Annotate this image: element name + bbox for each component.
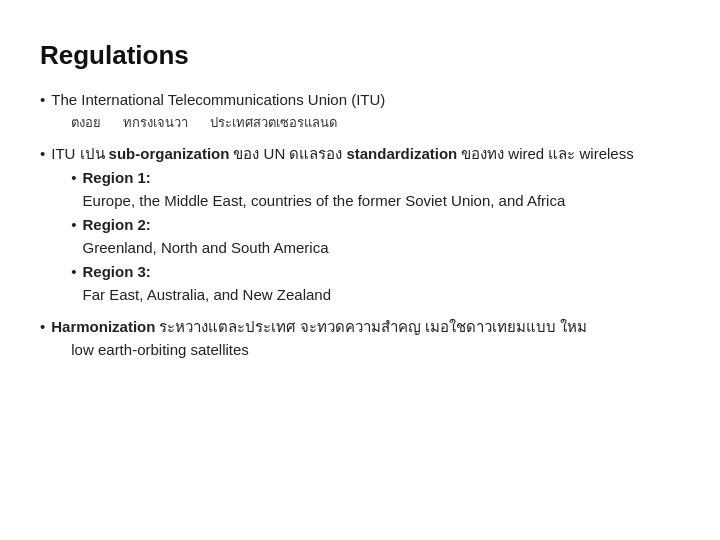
- harmonization-keyword: Harmonization: [51, 316, 155, 339]
- itu-suffix: ของทง: [461, 143, 504, 166]
- thai-word-3: ประเทศสวตเซอรแลนด: [210, 115, 337, 130]
- itu-sub-line: ITU เปน sub-organization ของ UN ดแลรอง s…: [51, 143, 633, 166]
- bullet-dot-3: •: [40, 316, 45, 339]
- thai-word-2: ทกรงเจนวา: [123, 115, 188, 130]
- harmonization-detail-row: low earth-orbiting satellites: [71, 339, 587, 362]
- itu-middle-en: ของ UN ดแลรอง: [233, 143, 342, 166]
- region1-dot: •: [71, 167, 76, 190]
- harmonization-line: Harmonization ระหวางแตละประเทศ จะทวดความ…: [51, 316, 587, 339]
- bullet-row-1: • The International Telecommunications U…: [40, 89, 680, 133]
- slide-title: Regulations: [40, 40, 680, 71]
- harmonization-thai1: ระหวางแตละประเทศ: [159, 316, 296, 339]
- harmonization-thai2: จะทวดความสำคญ: [300, 316, 421, 339]
- region3-row: • Region 3: Far East, Australia, and New…: [71, 261, 633, 306]
- region2-dot: •: [71, 214, 76, 237]
- region3-detail: Far East, Australia, and New Zealand: [83, 286, 331, 303]
- region3-label: Region 3:: [83, 263, 151, 280]
- bullet-row-3: • Harmonization ระหวางแตละประเทศ จะทวดคว…: [40, 316, 680, 361]
- region3-dot: •: [71, 261, 76, 284]
- itu-prefix-en: ITU เปน: [51, 143, 104, 166]
- bullet-itu-sub: • ITU เปน sub-organization ของ UN ดแลรอง…: [40, 143, 680, 307]
- bullet-harmonization: • Harmonization ระหวางแตละประเทศ จะทวดคว…: [40, 316, 680, 361]
- slide-container: Regulations • The International Telecomm…: [0, 0, 720, 540]
- region2-label: Region 2:: [83, 216, 151, 233]
- region3-content: Region 3: Far East, Australia, and New Z…: [83, 261, 331, 306]
- region1-row: • Region 1: Europe, the Middle East, cou…: [71, 167, 633, 212]
- harmonization-detail: low earth-orbiting satellites: [71, 341, 249, 358]
- region1-detail: Europe, the Middle East, countries of th…: [83, 192, 566, 209]
- bullet-text-3: Harmonization ระหวางแตละประเทศ จะทวดความ…: [51, 316, 587, 361]
- bullet-text-1: The International Telecommunications Uni…: [51, 89, 385, 133]
- harmonization-thai4: ใหม: [560, 316, 587, 339]
- harmonization-thai3: เมอใชดาวเทยมแบบ: [425, 316, 556, 339]
- region2-detail: Greenland, North and South America: [83, 239, 329, 256]
- region1-content: Region 1: Europe, the Middle East, count…: [83, 167, 566, 212]
- bullet-row-2: • ITU เปน sub-organization ของ UN ดแลรอง…: [40, 143, 680, 307]
- bullet-itu-main: • The International Telecommunications U…: [40, 89, 680, 133]
- sub-org-keyword: sub-organization: [109, 143, 230, 166]
- wired-wireless: wired และ wireless: [508, 143, 633, 166]
- region2-content: Region 2: Greenland, North and South Ame…: [83, 214, 329, 259]
- region2-row: • Region 2: Greenland, North and South A…: [71, 214, 633, 259]
- thai-word-1: ตงอย: [71, 115, 101, 130]
- content-area: • The International Telecommunications U…: [40, 89, 680, 367]
- regions-block: • Region 1: Europe, the Middle East, cou…: [71, 167, 633, 306]
- itu-main-text: The International Telecommunications Uni…: [51, 91, 385, 108]
- region1-label: Region 1:: [83, 169, 151, 186]
- bullet-text-2: ITU เปน sub-organization ของ UN ดแลรอง s…: [51, 143, 633, 307]
- standardization-keyword: standardization: [346, 143, 457, 166]
- itu-thai-words: ตงอย ทกรงเจนวา ประเทศสวตเซอรแลนด: [71, 115, 336, 130]
- bullet-dot-1: •: [40, 89, 45, 112]
- bullet-dot-2: •: [40, 143, 45, 166]
